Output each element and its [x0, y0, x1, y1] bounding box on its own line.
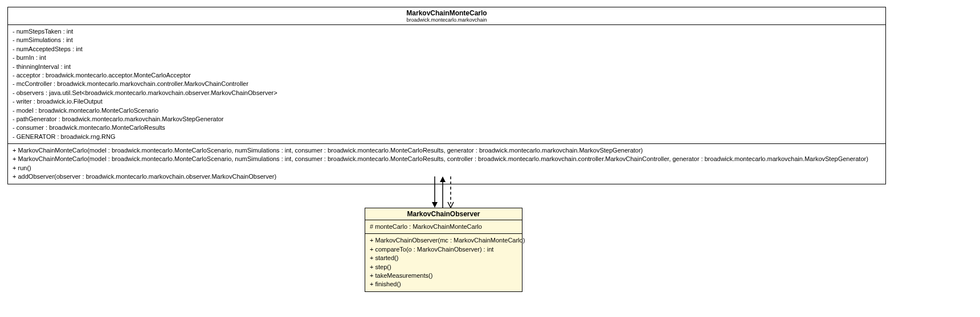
- class-header: MarkovChainMonteCarlo broadwick.montecar…: [8, 7, 885, 11]
- class-name: MarkovChainMonteCarlo: [13, 9, 881, 11]
- uml-class-markovchainmontecarlo: MarkovChainMonteCarlo broadwick.montecar…: [7, 7, 886, 11]
